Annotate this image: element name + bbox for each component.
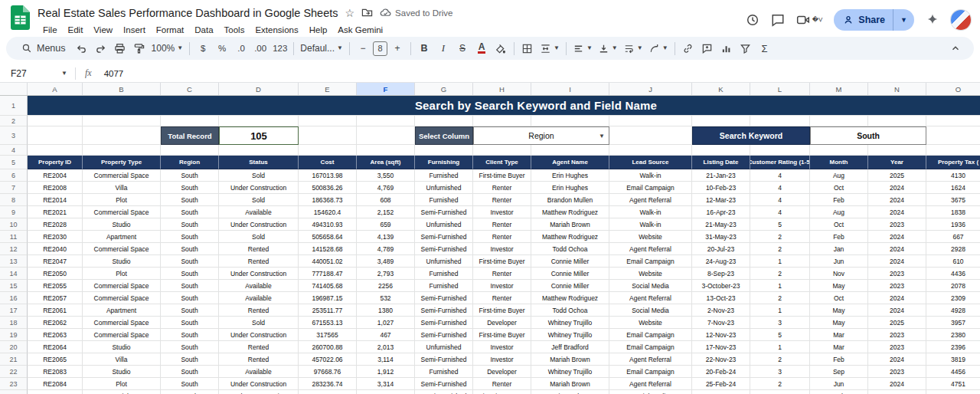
- fill-color-button[interactable]: [492, 39, 510, 57]
- cell[interactable]: RE2055: [28, 280, 83, 292]
- cell[interactable]: 154620.4: [299, 206, 357, 218]
- cell[interactable]: Renter: [473, 268, 531, 280]
- cell[interactable]: Erin Hughes: [531, 390, 609, 394]
- document-title[interactable]: Real Estate Sales Performance Dashboard …: [38, 7, 338, 19]
- cell[interactable]: [357, 116, 415, 126]
- cell[interactable]: RE2014: [28, 194, 83, 206]
- cell[interactable]: 16-Apr-23: [692, 206, 750, 218]
- share-button[interactable]: Share ▼: [834, 9, 914, 31]
- cell[interactable]: South: [161, 304, 219, 317]
- cell[interactable]: Oct: [810, 292, 868, 304]
- table-header-cell[interactable]: Area (sqft): [357, 156, 415, 169]
- cell[interactable]: [868, 145, 926, 156]
- cell[interactable]: Rented: [219, 353, 299, 366]
- row-header-4[interactable]: 4: [0, 145, 28, 156]
- cell[interactable]: Website: [609, 231, 692, 243]
- menu-item-edit[interactable]: Edit: [63, 25, 89, 35]
- cell[interactable]: 4,139: [357, 231, 415, 243]
- cell[interactable]: 777188.47: [299, 268, 357, 280]
- font-size-input[interactable]: 8: [373, 41, 387, 56]
- share-dropdown[interactable]: ▼: [893, 16, 914, 24]
- table-header-cell[interactable]: Year: [868, 156, 926, 169]
- cell[interactable]: Semi-Furnished: [415, 378, 473, 390]
- cell[interactable]: South: [161, 182, 219, 194]
- row-header-7[interactable]: 7: [0, 182, 28, 194]
- cell[interactable]: Todd Ochoa: [531, 243, 609, 255]
- cell[interactable]: [28, 145, 83, 156]
- column-header-F[interactable]: F: [357, 83, 415, 95]
- grid-corner[interactable]: [0, 83, 28, 95]
- row-header-6[interactable]: 6: [0, 169, 28, 182]
- functions-button[interactable]: Σ: [756, 39, 774, 57]
- column-header-E[interactable]: E: [299, 83, 357, 95]
- cell[interactable]: RE2084: [28, 378, 83, 390]
- cell[interactable]: 2: [750, 292, 810, 304]
- cell[interactable]: [299, 145, 357, 156]
- zoom-select[interactable]: 100%▼: [149, 39, 186, 57]
- table-header-cell[interactable]: Month: [810, 156, 868, 169]
- cell[interactable]: RE2028: [28, 218, 83, 231]
- dropdown-caret-icon[interactable]: ▼: [599, 133, 605, 140]
- cell[interactable]: 12-Mar-23: [692, 194, 750, 206]
- cell[interactable]: RE2021: [28, 206, 83, 218]
- cell[interactable]: Under Construction: [219, 390, 299, 394]
- cell[interactable]: 2928: [926, 243, 980, 255]
- cell[interactable]: 17-Nov-23: [692, 341, 750, 353]
- cell[interactable]: Plot: [83, 194, 161, 206]
- cell[interactable]: 1624: [926, 182, 980, 194]
- cell[interactable]: South: [161, 255, 219, 268]
- cell[interactable]: 1: [750, 341, 810, 353]
- cell[interactable]: [357, 145, 415, 156]
- cell[interactable]: 3675: [926, 194, 980, 206]
- cell[interactable]: 4130: [926, 169, 980, 182]
- cell[interactable]: 3,114: [357, 353, 415, 366]
- decrease-font-size-button[interactable]: −: [354, 39, 372, 57]
- cell[interactable]: Investor: [473, 243, 531, 255]
- cell[interactable]: RE2050: [28, 268, 83, 280]
- menu-item-view[interactable]: View: [88, 25, 118, 35]
- cell[interactable]: 20-Feb-24: [692, 366, 750, 378]
- redo-button[interactable]: [92, 39, 110, 57]
- cell[interactable]: South: [161, 169, 219, 182]
- cell[interactable]: Studio: [83, 341, 161, 353]
- borders-button[interactable]: [518, 39, 537, 57]
- cell[interactable]: 2396: [926, 341, 980, 353]
- banner-cell[interactable]: Search by Search Keyword and Field Name: [28, 96, 980, 116]
- cell[interactable]: 2024: [868, 231, 926, 243]
- select-column-dropdown-cell[interactable]: Region▼: [473, 126, 609, 145]
- cell[interactable]: Furnished: [415, 268, 473, 280]
- cell[interactable]: 467: [357, 329, 415, 341]
- cell[interactable]: [299, 116, 357, 126]
- row-header-14[interactable]: 14: [0, 268, 28, 280]
- cell[interactable]: [28, 116, 83, 126]
- table-header-cell[interactable]: Status: [219, 156, 299, 169]
- cell[interactable]: 1380: [357, 304, 415, 317]
- cell[interactable]: Unfurnished: [415, 182, 473, 194]
- cell[interactable]: 2024: [868, 194, 926, 206]
- cell[interactable]: RE2057: [28, 292, 83, 304]
- increase-font-size-button[interactable]: +: [388, 39, 407, 57]
- cell[interactable]: Connie Miller: [531, 268, 609, 280]
- cell[interactable]: [609, 126, 692, 145]
- strikethrough-button[interactable]: S: [453, 39, 472, 57]
- cell[interactable]: 2024: [868, 378, 926, 390]
- cell[interactable]: 2: [750, 378, 810, 390]
- cell[interactable]: Email Campaign: [609, 329, 692, 341]
- cell[interactable]: 1,027: [357, 317, 415, 329]
- cell[interactable]: [415, 116, 473, 126]
- cell[interactable]: South: [161, 329, 219, 341]
- account-avatar[interactable]: [951, 10, 971, 30]
- cell[interactable]: Jun: [810, 378, 868, 390]
- cell[interactable]: 1: [750, 280, 810, 292]
- cell[interactable]: Investor: [473, 353, 531, 366]
- table-header-cell[interactable]: Region: [161, 156, 219, 169]
- increase-decimal-button[interactable]: .00: [251, 39, 270, 57]
- column-header-B[interactable]: B: [83, 83, 161, 95]
- cell[interactable]: Unfurnished: [415, 255, 473, 268]
- cell[interactable]: 10-Feb-23: [692, 182, 750, 194]
- cell[interactable]: Sold: [219, 169, 299, 182]
- cell[interactable]: Email Campaign: [609, 255, 692, 268]
- cell[interactable]: RE2062: [28, 317, 83, 329]
- cell[interactable]: Plot: [83, 268, 161, 280]
- row-header-10[interactable]: 10: [0, 218, 28, 231]
